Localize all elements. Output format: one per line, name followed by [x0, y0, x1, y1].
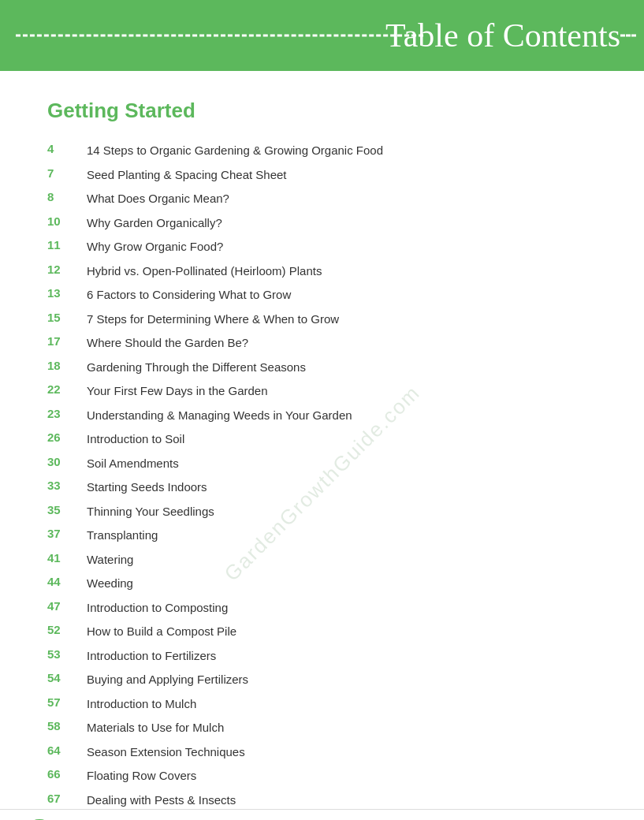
- toc-entry-text: Thinning Your Seedlings: [87, 500, 597, 524]
- toc-page-number: 7: [47, 163, 87, 188]
- toc-row: 23Understanding & Managing Weeds in Your…: [47, 404, 597, 428]
- toc-row: 41Watering: [47, 548, 597, 572]
- toc-page-number: 57: [47, 692, 87, 717]
- toc-row: 11Why Grow Organic Food?: [47, 235, 597, 259]
- toc-page-number: 64: [47, 740, 87, 765]
- toc-entry-text: Why Grow Organic Food?: [87, 235, 597, 259]
- toc-entry-text: Floating Row Covers: [87, 764, 597, 788]
- toc-entry-text: Gardening Through the Different Seasons: [87, 356, 597, 380]
- main-content: Getting Started 414 Steps to Organic Gar…: [0, 71, 644, 820]
- toc-row: 64Season Extension Techniques: [47, 740, 597, 765]
- toc-row: 12Hybrid vs. Open-Pollinated (Heirloom) …: [47, 259, 597, 284]
- toc-page-number: 18: [47, 356, 87, 380]
- toc-entry-text: Soil Amendments: [87, 452, 597, 476]
- toc-row: 414 Steps to Organic Gardening & Growing…: [47, 139, 597, 163]
- toc-entry-text: Buying and Applying Fertilizers: [87, 668, 597, 692]
- toc-page-number: 15: [47, 308, 87, 332]
- toc-page-number: 12: [47, 259, 87, 284]
- dashed-line-right: [620, 35, 636, 37]
- toc-page-number: 17: [47, 331, 87, 356]
- toc-entry-text: Introduction to Mulch: [87, 692, 597, 717]
- dashed-line-left: [16, 35, 423, 37]
- toc-row: 157 Steps for Determining Where & When t…: [47, 308, 597, 332]
- toc-page-number: 54: [47, 668, 87, 692]
- toc-page-number: 11: [47, 235, 87, 259]
- toc-row: 53Introduction to Fertilizers: [47, 644, 597, 669]
- toc-row: 44Weeding: [47, 572, 597, 596]
- toc-page-number: 10: [47, 211, 87, 236]
- toc-entry-text: 7 Steps for Determining Where & When to …: [87, 308, 597, 332]
- toc-row: 52How to Build a Compost Pile: [47, 620, 597, 644]
- toc-page-number: 66: [47, 764, 87, 788]
- toc-table: 414 Steps to Organic Gardening & Growing…: [47, 139, 597, 820]
- toc-entry-text: How to Build a Compost Pile: [87, 620, 597, 644]
- toc-page-number: 4: [47, 139, 87, 163]
- toc-entry-text: What Does Organic Mean?: [87, 187, 597, 211]
- toc-row: 26Introduction to Soil: [47, 427, 597, 452]
- toc-page-number: 33: [47, 475, 87, 500]
- toc-row: 37Transplanting: [47, 524, 597, 548]
- toc-entry-text: Introduction to Composting: [87, 596, 597, 621]
- toc-page-number: 44: [47, 572, 87, 596]
- toc-page-number: 37: [47, 524, 87, 548]
- toc-row: 47Introduction to Composting: [47, 596, 597, 621]
- toc-page-number: 22: [47, 379, 87, 404]
- toc-row: 10Why Garden Organically?: [47, 211, 597, 236]
- toc-entry-text: Where Should the Garden Be?: [87, 331, 597, 356]
- toc-row: 35Thinning Your Seedlings: [47, 500, 597, 524]
- toc-entry-text: Materials to Use for Mulch: [87, 716, 597, 740]
- toc-page-number: 13: [47, 283, 87, 308]
- toc-row: 7Seed Planting & Spacing Cheat Sheet: [47, 163, 597, 188]
- toc-entry-text: Introduction to Fertilizers: [87, 644, 597, 669]
- toc-page-number: 35: [47, 500, 87, 524]
- toc-entry-text: 6 Factors to Considering What to Grow: [87, 283, 597, 308]
- toc-row: 33Starting Seeds Indoors: [47, 475, 597, 500]
- toc-entry-text: Season Extension Techniques: [87, 740, 597, 765]
- toc-row: 22Your First Few Days in the Garden: [47, 379, 597, 404]
- toc-page-number: 23: [47, 404, 87, 428]
- toc-row: 17Where Should the Garden Be?: [47, 331, 597, 356]
- toc-page-number: 58: [47, 716, 87, 740]
- toc-row: 136 Factors to Considering What to Grow: [47, 283, 597, 308]
- toc-row: 57Introduction to Mulch: [47, 692, 597, 717]
- toc-row: 66Floating Row Covers: [47, 764, 597, 788]
- toc-entry-text: 14 Steps to Organic Gardening & Growing …: [87, 139, 597, 163]
- toc-row: 58Materials to Use for Mulch: [47, 716, 597, 740]
- section-title: Getting Started: [47, 99, 597, 123]
- toc-row: 30Soil Amendments: [47, 452, 597, 476]
- toc-entry-text: Hybrid vs. Open-Pollinated (Heirloom) Pl…: [87, 259, 597, 284]
- toc-page-number: 53: [47, 644, 87, 669]
- toc-entry-text: Seed Planting & Spacing Cheat Sheet: [87, 163, 597, 188]
- toc-page-number: 30: [47, 452, 87, 476]
- toc-page-number: 26: [47, 427, 87, 452]
- toc-entry-text: Watering: [87, 548, 597, 572]
- toc-entry-text: Why Garden Organically?: [87, 211, 597, 236]
- toc-row: 54Buying and Applying Fertilizers: [47, 668, 597, 692]
- toc-row: 8What Does Organic Mean?: [47, 187, 597, 211]
- toc-entry-text: Starting Seeds Indoors: [87, 475, 597, 500]
- toc-entry-text: Introduction to Soil: [87, 427, 597, 452]
- toc-row: 18Gardening Through the Different Season…: [47, 356, 597, 380]
- toc-page-number: 8: [47, 187, 87, 211]
- toc-page-number: 52: [47, 620, 87, 644]
- toc-page-number: 47: [47, 596, 87, 621]
- toc-entry-text: Weeding: [87, 572, 597, 596]
- toc-entry-text: Transplanting: [87, 524, 597, 548]
- toc-entry-text: Your First Few Days in the Garden: [87, 379, 597, 404]
- page-header: Table of Contents: [0, 0, 644, 71]
- page-title: Table of Contents: [385, 17, 620, 54]
- toc-entry-text: Understanding & Managing Weeds in Your G…: [87, 404, 597, 428]
- page-footer: GARDEN GROWTH GUIDE Organic Gardening Gr…: [0, 809, 644, 821]
- toc-page-number: 41: [47, 548, 87, 572]
